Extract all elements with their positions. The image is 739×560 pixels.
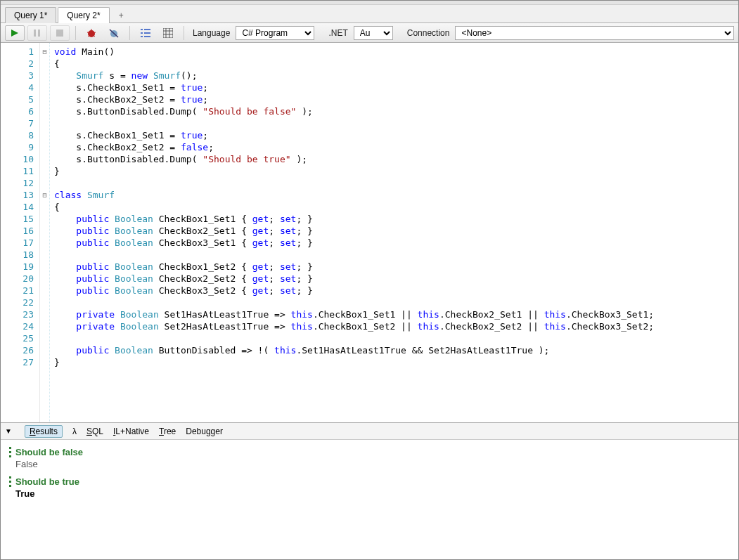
svg-marker-0 (11, 30, 18, 37)
tab-query2[interactable]: Query 2* (58, 7, 109, 23)
result-value-2: True (9, 488, 730, 499)
svg-rect-12 (141, 29, 143, 30)
stop-button (50, 25, 70, 41)
code-editor[interactable]: void Main(){ Smurf s = new Smurf(); s.Ch… (50, 43, 738, 422)
svg-rect-18 (163, 28, 173, 38)
results-pane: Should be false False Should be true Tru… (1, 440, 738, 559)
connection-label: Connection (407, 28, 450, 38)
language-label: Language (193, 28, 230, 38)
result-tab-il[interactable]: IL+Native (113, 426, 149, 436)
bug-icon[interactable] (82, 25, 101, 41)
result-tab-debugger[interactable]: Debugger (186, 426, 223, 436)
svg-rect-16 (141, 36, 143, 37)
toolbar-sep-2 (129, 26, 130, 40)
toolbar-sep-3 (184, 26, 184, 40)
grid-view-icon[interactable] (158, 25, 178, 41)
result-tab-results[interactable]: Results (25, 425, 63, 438)
connection-select[interactable]: <None> (455, 26, 734, 40)
result-value-1: False (9, 459, 730, 469)
query-tabstrip: Query 1* Query 2* + (1, 5, 738, 23)
result-header-2: Should be true (9, 476, 730, 487)
bug-off-icon[interactable] (104, 25, 124, 41)
net-select[interactable]: Auto (354, 26, 393, 40)
app-window: Query 1* Query 2* + Language C# Prog (0, 0, 739, 560)
svg-rect-17 (144, 36, 150, 37)
svg-rect-14 (141, 32, 143, 34)
toolbar: Language C# Program .NET Auto Connection… (1, 23, 738, 43)
list-view-icon[interactable] (136, 25, 155, 41)
svg-rect-1 (34, 30, 36, 37)
svg-point-4 (88, 30, 95, 37)
result-header-1: Should be false (9, 447, 730, 457)
pause-button (27, 25, 47, 41)
result-tab-lambda[interactable]: λ (72, 426, 77, 436)
run-button[interactable] (5, 25, 25, 41)
editor-area: 1234567891011121314151617181920212223242… (1, 43, 738, 423)
result-tabstrip: ▼ Results λ SQL IL+Native Tree Debugger (1, 423, 738, 440)
svg-rect-13 (144, 29, 150, 30)
svg-rect-15 (144, 32, 150, 34)
svg-rect-2 (38, 30, 40, 37)
language-select[interactable]: C# Program (236, 26, 314, 40)
tab-query1[interactable]: Query 1* (5, 7, 56, 23)
svg-rect-3 (56, 30, 63, 37)
line-number-gutter: 1234567891011121314151617181920212223242… (1, 43, 40, 422)
tab-new[interactable]: + (111, 7, 131, 23)
results-collapse-icon[interactable]: ▼ (5, 427, 12, 435)
result-tab-sql[interactable]: SQL (86, 426, 103, 436)
net-label: .NET (328, 28, 347, 38)
toolbar-sep-1 (75, 26, 76, 40)
fold-column: ⊟ ⊟ (40, 43, 50, 422)
result-tab-tree[interactable]: Tree (159, 426, 176, 436)
